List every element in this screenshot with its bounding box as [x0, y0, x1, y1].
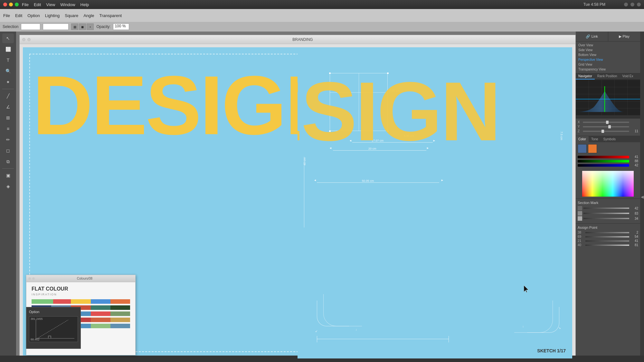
bar1-seg1: [32, 299, 53, 304]
sidebar-shape-tool[interactable]: ⬜: [2, 44, 14, 54]
wc-btn-3[interactable]: [637, 3, 641, 6]
ap-val-2: 54: [630, 235, 638, 238]
toolbar-angle[interactable]: Angle: [83, 13, 94, 18]
tab-tone[interactable]: Tone: [589, 136, 601, 142]
color-sliders: 41 88 42: [576, 155, 640, 169]
color-wheel-canvas[interactable]: [582, 171, 634, 197]
selection-box2[interactable]: [43, 23, 69, 30]
menu-window[interactable]: Window: [60, 2, 75, 7]
sidebar-transform-tool[interactable]: ✦: [2, 77, 14, 87]
doc-minimize[interactable]: [27, 38, 31, 41]
sm-slider-3[interactable]: [583, 218, 629, 219]
right-panel: 🔗 Link ▶ Play Over View Side View Bottom…: [576, 32, 640, 362]
color-swatches: [576, 142, 640, 155]
sidebar-text-tool[interactable]: T: [2, 55, 14, 65]
toolbar-square[interactable]: Square: [65, 13, 78, 18]
maximize-button[interactable]: [15, 3, 19, 6]
z-val: 11: [630, 129, 638, 133]
view-sideview[interactable]: Side View: [577, 48, 639, 52]
ap-slider-2[interactable]: [585, 236, 629, 237]
tab-symbols[interactable]: Symbols: [601, 136, 618, 142]
toolbar-edit[interactable]: Edit: [15, 13, 22, 18]
sidebar-grid-tool[interactable]: ⊞: [2, 113, 14, 123]
color-slider-2[interactable]: [578, 160, 629, 162]
section-mark-title: Section Mark: [578, 201, 638, 205]
z-label: Z: [578, 129, 582, 133]
sm-slider-2[interactable]: [583, 213, 629, 214]
icon-btn-2[interactable]: ◼: [79, 23, 86, 30]
view-perspectiveview[interactable]: Perspective View: [577, 57, 639, 62]
collapse-handle[interactable]: ◀: [640, 32, 644, 362]
menu-view[interactable]: View: [46, 2, 55, 7]
ap-slider-1[interactable]: [585, 232, 629, 233]
sidebar-search-tool[interactable]: 🔍: [2, 66, 14, 76]
tab-color[interactable]: Color: [576, 136, 589, 142]
menu-help[interactable]: Help: [80, 2, 89, 7]
color-wheel[interactable]: [582, 171, 634, 197]
sidebar-pointer-tool[interactable]: ↖: [2, 33, 14, 43]
opacity-value[interactable]: 100 %: [113, 23, 129, 30]
toolbar-lighting[interactable]: Lighting: [45, 13, 60, 18]
ap-row-1: 38 2: [578, 231, 638, 234]
color-panel: Color Tone Symbols 41 88 42: [576, 136, 640, 199]
bar4-seg4: [91, 318, 110, 322]
document-window: BRANDING DESIGN DESIGN: [19, 35, 576, 362]
sidebar-line-tool[interactable]: ╱: [2, 91, 14, 101]
ap-slider-3[interactable]: [585, 240, 629, 242]
sidebar-angle-tool[interactable]: ∠: [2, 102, 14, 112]
sidebar-eraser-tool[interactable]: ◻: [2, 146, 14, 155]
minimize-button[interactable]: [9, 3, 13, 6]
bar1-seg4: [91, 299, 110, 304]
wc-btn-2[interactable]: [630, 3, 634, 6]
wc-btn-1[interactable]: [624, 3, 628, 6]
nav-tab-navigator[interactable]: Navigator: [576, 73, 595, 79]
icon-btn-3[interactable]: ▪: [87, 23, 94, 30]
sidebar-bar-tool[interactable]: ≡: [2, 124, 14, 134]
color-slider-3[interactable]: [578, 164, 629, 167]
view-overview[interactable]: Over View: [577, 43, 639, 48]
toolbar-transparent[interactable]: Transparent: [99, 13, 122, 18]
fc-close[interactable]: [28, 277, 31, 280]
view-bottomview[interactable]: Bottom View: [577, 52, 639, 57]
fc-minimize[interactable]: [32, 277, 35, 280]
fc-window-title: Colours/08: [36, 277, 133, 280]
swatch-orange[interactable]: [588, 144, 597, 153]
nav-tab-rankposition[interactable]: Rank Position: [595, 73, 620, 79]
selection-box1[interactable]: [21, 23, 40, 30]
doc-close[interactable]: [22, 38, 25, 41]
swatch-blue[interactable]: [578, 144, 587, 153]
y-slider[interactable]: [583, 126, 629, 127]
sidebar-fill-tool[interactable]: ▣: [2, 171, 14, 180]
x-row: X: [578, 120, 638, 124]
ap-val-4: 81: [630, 243, 638, 247]
assign-point-panel: Assign Point 38 2 69 54 21 41 40 81: [576, 224, 640, 249]
bar5-seg5: [110, 324, 130, 328]
sm-slider-1[interactable]: [583, 208, 629, 209]
view-transparencyview[interactable]: Transparency View: [577, 67, 639, 72]
main-area: ↖ ⬜ T 🔍 ✦ ╱ ∠ ⊞ ≡ ✏ ◻ ⧉ ▣ ◈ BRANDING: [0, 32, 644, 362]
option-title: Option: [29, 310, 78, 314]
sidebar-pen-tool[interactable]: ✏: [2, 135, 14, 144]
z-thumb: [601, 130, 604, 133]
nav-tab-voidex[interactable]: Void Ex: [620, 73, 636, 79]
x-slider[interactable]: [583, 122, 629, 123]
ap-label-1: 38: [578, 231, 584, 234]
menu-edit[interactable]: Edit: [34, 2, 41, 7]
z-slider[interactable]: [583, 131, 629, 132]
view-gridview[interactable]: Grid View: [577, 62, 639, 67]
link-button[interactable]: 🔗 Link: [576, 32, 608, 41]
h-line-5005: [317, 182, 439, 183]
color-slider-1[interactable]: [578, 156, 629, 158]
icon-btn-1[interactable]: ▦: [71, 23, 78, 30]
menu-file[interactable]: File: [22, 2, 29, 7]
sidebar-layer-tool[interactable]: ⧉: [2, 157, 14, 166]
flat-colour-title: FLAT COLOUR: [32, 286, 130, 292]
close-button[interactable]: [3, 3, 7, 6]
link-label: Link: [592, 34, 598, 38]
toolbar-option[interactable]: Option: [27, 13, 40, 18]
play-button[interactable]: ▶ Play: [608, 32, 640, 41]
sidebar-color-tool[interactable]: ◈: [2, 181, 14, 191]
toolbar-file[interactable]: File: [3, 13, 10, 18]
navigator-panel: Navigator Rank Position Void Ex: [576, 73, 640, 118]
ap-slider-4[interactable]: [585, 245, 629, 246]
